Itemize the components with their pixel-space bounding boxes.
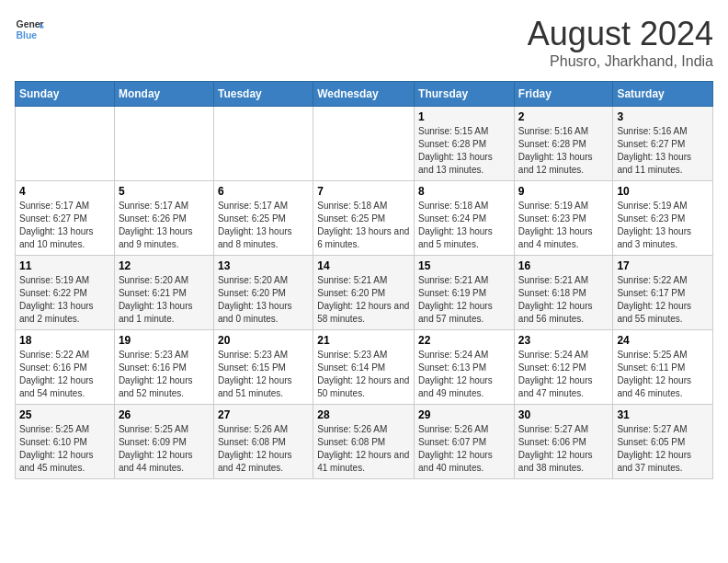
calendar-cell: 21Sunrise: 5:23 AMSunset: 6:14 PMDayligh…: [313, 330, 415, 405]
day-info: Sunrise: 5:19 AMSunset: 6:23 PMDaylight:…: [617, 200, 709, 251]
calendar-cell: [313, 107, 415, 181]
day-info: Sunrise: 5:23 AMSunset: 6:15 PMDaylight:…: [218, 349, 309, 400]
day-info: Sunrise: 5:20 AMSunset: 6:21 PMDaylight:…: [119, 274, 210, 326]
day-number: 27: [218, 408, 309, 421]
day-info: Sunrise: 5:25 AMSunset: 6:11 PMDaylight:…: [617, 349, 709, 400]
calendar-cell: 6Sunrise: 5:17 AMSunset: 6:25 PMDaylight…: [213, 181, 313, 256]
weekday-header-saturday: Saturday: [613, 82, 713, 107]
day-number: 29: [418, 408, 510, 421]
day-number: 19: [119, 334, 210, 347]
weekday-header-wednesday: Wednesday: [313, 82, 415, 107]
day-info: Sunrise: 5:16 AMSunset: 6:27 PMDaylight:…: [617, 125, 709, 177]
day-info: Sunrise: 5:21 AMSunset: 6:18 PMDaylight:…: [518, 274, 609, 326]
calendar-cell: 29Sunrise: 5:26 AMSunset: 6:07 PMDayligh…: [415, 405, 515, 479]
day-number: 14: [317, 259, 410, 272]
day-info: Sunrise: 5:18 AMSunset: 6:24 PMDaylight:…: [418, 200, 510, 251]
day-number: 12: [119, 259, 210, 272]
day-number: 6: [218, 185, 309, 198]
day-number: 9: [518, 185, 609, 198]
day-info: Sunrise: 5:22 AMSunset: 6:17 PMDaylight:…: [617, 274, 709, 326]
weekday-header-friday: Friday: [514, 82, 613, 107]
calendar-cell: 26Sunrise: 5:25 AMSunset: 6:09 PMDayligh…: [114, 405, 213, 479]
day-info: Sunrise: 5:26 AMSunset: 6:08 PMDaylight:…: [317, 423, 410, 475]
calendar-cell: 18Sunrise: 5:22 AMSunset: 6:16 PMDayligh…: [16, 330, 115, 405]
day-info: Sunrise: 5:17 AMSunset: 6:25 PMDaylight:…: [218, 200, 309, 251]
day-number: 26: [119, 408, 210, 421]
day-number: 28: [317, 408, 410, 421]
calendar-cell: 5Sunrise: 5:17 AMSunset: 6:26 PMDaylight…: [114, 181, 213, 256]
calendar-cell: 24Sunrise: 5:25 AMSunset: 6:11 PMDayligh…: [613, 330, 713, 405]
day-number: 1: [418, 110, 510, 123]
calendar-cell: 19Sunrise: 5:23 AMSunset: 6:16 PMDayligh…: [114, 330, 213, 405]
month-title: August 2024: [528, 15, 713, 53]
day-info: Sunrise: 5:17 AMSunset: 6:26 PMDaylight:…: [119, 200, 210, 251]
day-number: 17: [617, 259, 709, 272]
day-info: Sunrise: 5:23 AMSunset: 6:14 PMDaylight:…: [317, 349, 410, 400]
svg-text:Blue: Blue: [17, 30, 38, 40]
calendar-cell: 10Sunrise: 5:19 AMSunset: 6:23 PMDayligh…: [613, 181, 713, 256]
calendar-cell: 27Sunrise: 5:26 AMSunset: 6:08 PMDayligh…: [213, 405, 313, 479]
calendar-cell: 2Sunrise: 5:16 AMSunset: 6:28 PMDaylight…: [514, 107, 613, 181]
day-info: Sunrise: 5:19 AMSunset: 6:23 PMDaylight:…: [518, 200, 609, 251]
calendar-cell: 22Sunrise: 5:24 AMSunset: 6:13 PMDayligh…: [415, 330, 515, 405]
day-info: Sunrise: 5:18 AMSunset: 6:25 PMDaylight:…: [317, 200, 410, 251]
day-number: 15: [418, 259, 510, 272]
calendar-week-1: 1Sunrise: 5:15 AMSunset: 6:28 PMDaylight…: [16, 107, 713, 181]
day-info: Sunrise: 5:21 AMSunset: 6:19 PMDaylight:…: [418, 274, 510, 326]
calendar-week-2: 4Sunrise: 5:17 AMSunset: 6:27 PMDaylight…: [16, 181, 713, 256]
calendar-week-3: 11Sunrise: 5:19 AMSunset: 6:22 PMDayligh…: [16, 256, 713, 330]
calendar-cell: [114, 107, 213, 181]
calendar-cell: 11Sunrise: 5:19 AMSunset: 6:22 PMDayligh…: [16, 256, 115, 330]
day-number: 4: [19, 185, 110, 198]
calendar-week-4: 18Sunrise: 5:22 AMSunset: 6:16 PMDayligh…: [16, 330, 713, 405]
calendar-cell: 4Sunrise: 5:17 AMSunset: 6:27 PMDaylight…: [16, 181, 115, 256]
calendar-cell: 13Sunrise: 5:20 AMSunset: 6:20 PMDayligh…: [213, 256, 313, 330]
day-number: 24: [617, 334, 709, 347]
day-info: Sunrise: 5:25 AMSunset: 6:09 PMDaylight:…: [119, 423, 210, 475]
day-number: 8: [418, 185, 510, 198]
day-number: 20: [218, 334, 309, 347]
day-info: Sunrise: 5:17 AMSunset: 6:27 PMDaylight:…: [19, 200, 110, 251]
logo-icon: General Blue: [15, 15, 44, 44]
weekday-header-row: SundayMondayTuesdayWednesdayThursdayFrid…: [16, 82, 713, 107]
calendar-week-5: 25Sunrise: 5:25 AMSunset: 6:10 PMDayligh…: [16, 405, 713, 479]
logo: General Blue: [15, 15, 44, 44]
day-info: Sunrise: 5:22 AMSunset: 6:16 PMDaylight:…: [19, 349, 110, 400]
calendar-cell: [16, 107, 115, 181]
calendar-cell: [213, 107, 313, 181]
weekday-header-sunday: Sunday: [16, 82, 115, 107]
day-info: Sunrise: 5:24 AMSunset: 6:13 PMDaylight:…: [418, 349, 510, 400]
day-number: 16: [518, 259, 609, 272]
calendar-cell: 15Sunrise: 5:21 AMSunset: 6:19 PMDayligh…: [415, 256, 515, 330]
location-subtitle: Phusro, Jharkhand, India: [528, 53, 713, 70]
calendar-cell: 14Sunrise: 5:21 AMSunset: 6:20 PMDayligh…: [313, 256, 415, 330]
day-info: Sunrise: 5:23 AMSunset: 6:16 PMDaylight:…: [119, 349, 210, 400]
day-number: 2: [518, 110, 609, 123]
day-number: 22: [418, 334, 510, 347]
day-number: 25: [19, 408, 110, 421]
day-number: 23: [518, 334, 609, 347]
day-info: Sunrise: 5:19 AMSunset: 6:22 PMDaylight:…: [19, 274, 110, 326]
calendar-cell: 23Sunrise: 5:24 AMSunset: 6:12 PMDayligh…: [514, 330, 613, 405]
day-number: 3: [617, 110, 709, 123]
day-number: 30: [518, 408, 609, 421]
calendar-cell: 30Sunrise: 5:27 AMSunset: 6:06 PMDayligh…: [514, 405, 613, 479]
calendar-cell: 3Sunrise: 5:16 AMSunset: 6:27 PMDaylight…: [613, 107, 713, 181]
day-number: 7: [317, 185, 410, 198]
calendar-cell: 28Sunrise: 5:26 AMSunset: 6:08 PMDayligh…: [313, 405, 415, 479]
calendar-cell: 1Sunrise: 5:15 AMSunset: 6:28 PMDaylight…: [415, 107, 515, 181]
weekday-header-tuesday: Tuesday: [213, 82, 313, 107]
day-info: Sunrise: 5:20 AMSunset: 6:20 PMDaylight:…: [218, 274, 309, 326]
calendar-table: SundayMondayTuesdayWednesdayThursdayFrid…: [15, 81, 713, 479]
weekday-header-monday: Monday: [114, 82, 213, 107]
day-info: Sunrise: 5:21 AMSunset: 6:20 PMDaylight:…: [317, 274, 410, 326]
day-info: Sunrise: 5:27 AMSunset: 6:05 PMDaylight:…: [617, 423, 709, 475]
day-number: 11: [19, 259, 110, 272]
calendar-cell: 12Sunrise: 5:20 AMSunset: 6:21 PMDayligh…: [114, 256, 213, 330]
day-number: 18: [19, 334, 110, 347]
calendar-cell: 16Sunrise: 5:21 AMSunset: 6:18 PMDayligh…: [514, 256, 613, 330]
calendar-cell: 31Sunrise: 5:27 AMSunset: 6:05 PMDayligh…: [613, 405, 713, 479]
calendar-cell: 17Sunrise: 5:22 AMSunset: 6:17 PMDayligh…: [613, 256, 713, 330]
day-number: 13: [218, 259, 309, 272]
day-number: 10: [617, 185, 709, 198]
